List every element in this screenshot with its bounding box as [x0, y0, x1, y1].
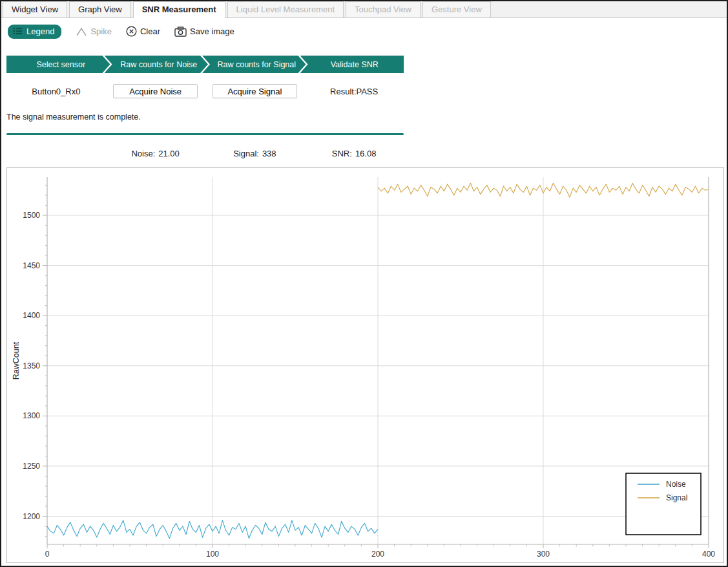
wizard-step-select-sensor: Select sensor [6, 56, 110, 73]
result-status-label: Result:PASS [304, 87, 404, 96]
tab-gesture-view[interactable]: Gesture View [422, 1, 491, 17]
y-tick-label: 1450 [23, 261, 40, 270]
metrics-row: Noise: 21.00 Signal: 338 SNR: 16.08 [6, 147, 404, 159]
y-axis-title: RawCount [12, 341, 21, 380]
tab-liquid-level-measurement[interactable]: Liquid Level Measurement [227, 1, 344, 17]
legend-toggle-button[interactable]: Legend [8, 25, 61, 39]
save-image-button[interactable]: Save image [174, 27, 234, 37]
rawcount-chart: 0100200300400120012501300135014001450150… [6, 167, 724, 563]
noise-metric-label: Noise: [131, 149, 155, 158]
wizard-step-raw-counts-noise: Raw counts for Noise [105, 56, 209, 73]
controls-row: Button0_Rx0 Acquire Noise Acquire Signal… [6, 83, 404, 99]
spike-button[interactable]: Spike [76, 27, 112, 36]
wizard-step-raw-counts-signal: Raw counts for Signal [202, 56, 306, 73]
y-tick-label: 1200 [23, 512, 40, 521]
y-tick-label: 1250 [23, 462, 40, 471]
sensor-name-label: Button0_Rx0 [6, 87, 106, 96]
legend-noise-label: Noise [666, 480, 686, 489]
x-tick-label: 300 [537, 550, 550, 559]
legend-button-label: Legend [26, 27, 54, 36]
tab-touchpad-view[interactable]: Touchpad View [346, 1, 421, 17]
app-window: { "tabs": { "items": [ { "label": "Widge… [0, 0, 728, 567]
x-tick-label: 0 [45, 550, 50, 559]
noise-metric-value: 21.00 [158, 149, 180, 158]
signal-metric-value: 338 [262, 149, 276, 158]
x-tick-label: 100 [206, 550, 219, 559]
tab-widget-view[interactable]: Widget View [3, 1, 67, 17]
tab-snr-measurement[interactable]: SNR Measurement [133, 1, 225, 18]
y-tick-label: 1500 [23, 211, 40, 220]
progress-bar [6, 133, 404, 135]
signal-metric: Signal: 338 [205, 149, 305, 158]
spike-button-label: Spike [90, 27, 112, 36]
y-tick-label: 1300 [23, 411, 40, 420]
tab-bar: Widget View Graph View SNR Measurement L… [1, 1, 727, 18]
snr-metric-value: 16.08 [355, 149, 377, 158]
y-tick-label: 1350 [23, 361, 40, 370]
wizard-step-validate-snr: Validate SNR [300, 56, 404, 73]
signal-metric-label: Signal: [233, 149, 259, 158]
clear-button[interactable]: Clear [126, 26, 160, 37]
tab-graph-view[interactable]: Graph View [69, 1, 131, 17]
snr-metric: SNR: 16.08 [304, 149, 404, 158]
x-tick-label: 200 [371, 550, 384, 559]
chart-legend-box [626, 473, 701, 535]
legend-list-icon [13, 27, 23, 35]
spike-peak-icon [76, 27, 87, 36]
status-message: The signal measurement is complete. [6, 112, 141, 122]
y-tick-label: 1400 [23, 311, 40, 320]
legend-signal-label: Signal [666, 493, 687, 502]
clear-button-label: Clear [140, 27, 160, 36]
x-tick-label: 400 [702, 550, 715, 559]
acquire-signal-button[interactable]: Acquire Signal [213, 84, 297, 98]
circle-x-icon [126, 26, 137, 37]
wizard-steps: Select sensor Raw counts for Noise Raw c… [6, 56, 404, 73]
chart-svg: 0100200300400120012501300135014001450150… [7, 168, 723, 562]
noise-metric: Noise: 21.00 [106, 149, 205, 158]
acquire-noise-button[interactable]: Acquire Noise [113, 84, 198, 98]
save-image-button-label: Save image [190, 27, 234, 36]
toolbar: Legend Spike Clear Save image [1, 18, 727, 43]
snr-metric-label: SNR: [332, 149, 352, 158]
camera-icon [174, 27, 187, 37]
